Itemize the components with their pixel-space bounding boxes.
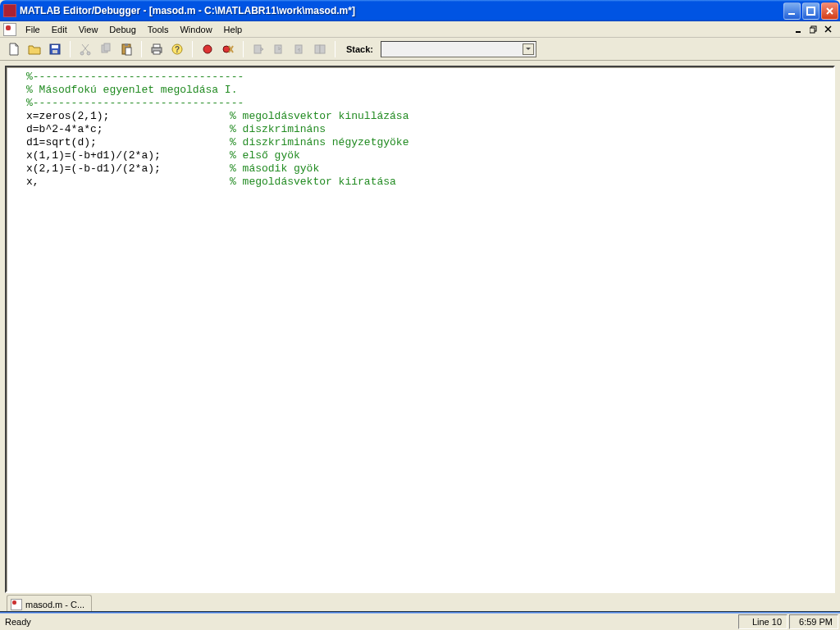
step-out-button[interactable]	[290, 40, 308, 58]
svg-point-8	[80, 52, 84, 55]
svg-rect-2	[796, 31, 801, 33]
tab-label: masod.m - C...	[25, 600, 84, 609]
svg-rect-0	[788, 13, 795, 15]
toolbar: ? Stack:	[0, 38, 840, 61]
document-icon[interactable]	[3, 23, 16, 36]
code-text: x(2,1)=(-b-d1)/(2*a);	[26, 162, 230, 176]
code-comment: % megoldásvektor kiíratása	[230, 176, 396, 188]
step-button[interactable]	[249, 40, 267, 58]
cut-button[interactable]	[76, 40, 94, 58]
continue-button[interactable]	[311, 40, 329, 58]
menu-file[interactable]: File	[20, 23, 46, 36]
set-breakpoint-button[interactable]	[199, 40, 217, 58]
svg-rect-4	[810, 28, 815, 33]
save-button[interactable]	[46, 40, 64, 58]
copy-button[interactable]	[97, 40, 115, 58]
svg-text:?: ?	[175, 45, 180, 54]
menu-debug[interactable]: Debug	[103, 23, 141, 36]
title-bar: MATLAB Editor/Debugger - [masod.m - C:\M…	[0, 0, 840, 21]
status-time: 6:59 PM	[789, 614, 838, 629]
tab-masod[interactable]: masod.m - C...	[7, 595, 92, 611]
menu-edit[interactable]: Edit	[46, 23, 73, 36]
stack-combo[interactable]	[381, 41, 536, 57]
clear-breakpoints-button[interactable]	[219, 40, 237, 58]
document-icon	[11, 599, 22, 610]
code-editor[interactable]: %---------------------------------% Máso…	[5, 66, 835, 593]
menu-help[interactable]: Help	[218, 23, 249, 36]
code-comment: %---------------------------------	[26, 71, 244, 83]
svg-rect-23	[275, 45, 281, 53]
svg-rect-1	[807, 7, 815, 15]
maximize-button[interactable]	[802, 2, 819, 20]
svg-rect-14	[126, 48, 131, 55]
step-in-button[interactable]	[270, 40, 288, 58]
help-button[interactable]: ?	[168, 40, 186, 58]
code-comment: % első gyök	[230, 149, 300, 162]
code-comment: % második gyök	[230, 162, 319, 175]
window-title: MATLAB Editor/Debugger - [masod.m - C:\M…	[20, 5, 783, 16]
svg-rect-13	[125, 43, 128, 46]
code-comment: % diszkrimináns négyzetgyöke	[230, 136, 409, 148]
svg-rect-7	[52, 50, 57, 53]
mdi-minimize-button[interactable]	[792, 24, 806, 35]
chevron-down-icon	[523, 43, 534, 55]
svg-rect-17	[153, 51, 160, 54]
minimize-button[interactable]	[783, 2, 801, 20]
menu-view[interactable]: View	[73, 23, 104, 36]
print-button[interactable]	[148, 40, 166, 58]
code-text: d=b^2-4*a*c;	[26, 123, 230, 136]
code-comment: %---------------------------------	[26, 97, 244, 109]
code-text: x(1,1)=(-b+d1)/(2*a);	[26, 149, 230, 162]
svg-rect-11	[104, 43, 110, 51]
svg-rect-6	[52, 45, 58, 48]
client-area: %---------------------------------% Máso…	[0, 61, 840, 611]
status-ready: Ready	[0, 614, 36, 629]
paste-button[interactable]	[117, 40, 135, 58]
code-comment: % diszkrimináns	[230, 123, 326, 135]
code-comment: % Másodfokú egyenlet megoldása I.	[26, 84, 237, 96]
code-comment: % megoldásvektor kinullázása	[230, 110, 409, 122]
new-file-button[interactable]	[5, 40, 23, 58]
close-button[interactable]	[821, 2, 838, 20]
svg-rect-26	[320, 45, 325, 53]
menu-window[interactable]: Window	[174, 23, 217, 36]
svg-rect-22	[254, 45, 261, 53]
code-text: x,	[26, 176, 230, 189]
svg-point-9	[87, 52, 90, 55]
mdi-restore-button[interactable]	[807, 24, 820, 35]
mdi-close-button[interactable]	[822, 24, 835, 35]
status-line: Line 10	[738, 614, 788, 629]
svg-rect-16	[153, 44, 160, 48]
open-file-button[interactable]	[25, 40, 43, 58]
stack-label: Stack:	[346, 44, 373, 54]
code-text: d1=sqrt(d);	[26, 136, 230, 149]
status-bar: Ready Line 10 6:59 PM	[0, 611, 840, 630]
app-icon	[3, 4, 16, 17]
svg-point-20	[203, 45, 212, 53]
svg-rect-25	[315, 45, 320, 53]
menu-tools[interactable]: Tools	[142, 23, 175, 36]
menu-bar: File Edit View Debug Tools Window Help	[0, 21, 840, 38]
document-tabs: masod.m - C...	[5, 593, 835, 611]
code-text: x=zeros(2,1);	[26, 110, 230, 123]
